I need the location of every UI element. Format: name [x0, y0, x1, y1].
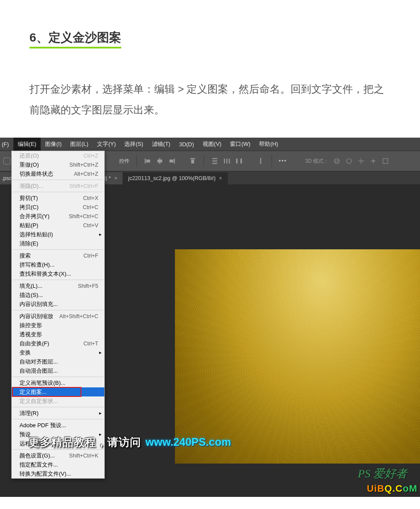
menu-item[interactable]: (F) [0, 138, 13, 151]
distribute-v-icon[interactable] [211, 157, 219, 165]
menu-item[interactable]: 操控变形 [12, 321, 104, 330]
slide-icon[interactable] [369, 157, 377, 165]
menu-item[interactable]: 拷贝(C)Ctrl+C [12, 203, 104, 212]
menu-item[interactable]: 透视变形 [12, 330, 104, 339]
svg-rect-15 [240, 158, 242, 163]
menu-item[interactable]: 选择性粘贴(I) [12, 230, 104, 239]
menu-item[interactable]: 图层(L) [66, 138, 93, 151]
controls-label: 控件 [119, 158, 129, 165]
menu-item[interactable]: 定义画笔预设(B)... [12, 378, 104, 387]
menu-item[interactable]: 图像(I) [41, 138, 66, 151]
svg-rect-9 [212, 161, 217, 161]
svg-point-17 [335, 158, 339, 163]
svg-rect-1 [146, 160, 150, 163]
svg-rect-0 [145, 158, 145, 163]
more-icon[interactable]: ••• [279, 158, 287, 164]
menu-item[interactable]: 选择(S) [120, 138, 147, 151]
menu-item: 渐隐(D)...Shift+Ctrl+F [12, 181, 104, 190]
svg-point-18 [335, 160, 339, 162]
align-hcenter-icon[interactable] [156, 157, 164, 165]
svg-rect-16 [260, 158, 261, 164]
step-body: 打开金沙素材，选择菜单：编辑 > 定义图案，然后命名。回到文字文件，把之前隐藏的… [29, 79, 391, 120]
menu-bar[interactable]: (F)编辑(E)图像(I)图层(L)文字(Y)选择(S)滤镜(T)3D(D)视图… [0, 138, 420, 151]
caption-link: www.240PS.com [145, 436, 231, 448]
svg-rect-7 [191, 160, 194, 164]
menu-item[interactable]: 切换最终状态Alt+Ctrl+Z [12, 169, 104, 178]
menu-item[interactable]: 窗口(W) [226, 138, 255, 151]
watermark-ps: PS 爱好者 [358, 466, 407, 481]
article-section: 6、定义金沙图案 打开金沙素材，选择菜单：编辑 > 定义图案，然后命名。回到文字… [0, 0, 420, 138]
svg-rect-3 [157, 160, 162, 163]
menu-item[interactable]: 视图(V) [198, 138, 226, 151]
svg-rect-14 [236, 158, 237, 163]
orbit-icon[interactable] [333, 157, 341, 165]
menu-item[interactable]: 转换为配置文件(V)... [12, 469, 104, 478]
menu-item[interactable]: 查找和替换文本(X)... [12, 269, 104, 278]
svg-rect-4 [174, 158, 175, 163]
scale-3d-icon[interactable] [381, 157, 389, 165]
menu-item[interactable]: 滤镜(T) [148, 138, 175, 151]
menu-item[interactable]: 清除(E) [12, 239, 104, 248]
svg-point-20 [372, 160, 375, 162]
menu-item[interactable]: 变换 [12, 348, 104, 357]
align-right-icon[interactable] [168, 157, 176, 165]
close-icon[interactable]: × [219, 175, 222, 181]
distribute-spacing-icon[interactable] [235, 157, 243, 165]
distribute-h-icon[interactable] [223, 157, 231, 165]
menu-item[interactable]: 内容识别缩放Alt+Shift+Ctrl+C [12, 312, 104, 321]
close-icon[interactable]: × [114, 175, 117, 181]
svg-rect-11 [224, 158, 225, 163]
menu-item: 定义自定形状... [12, 396, 104, 406]
caption-overlay: 更多精品教程，请访问 www.240PS.com [29, 435, 231, 449]
menu-item[interactable]: 合并拷贝(Y)Shift+Ctrl+C [12, 212, 104, 221]
menu-item[interactable]: 自由变换(F)Ctrl+T [12, 339, 104, 348]
menu-item[interactable]: 拼写检查(H)... [12, 260, 104, 269]
menu-item[interactable]: 搜索Ctrl+F [12, 251, 104, 260]
menu-item[interactable]: 指定配置文件... [12, 460, 104, 469]
align-left-icon[interactable] [144, 157, 152, 165]
align-to-icon[interactable] [257, 157, 265, 165]
caption-text: 更多精品教程，请访问 [29, 435, 141, 449]
menu-item[interactable]: 描边(S)... [12, 290, 104, 300]
svg-rect-5 [169, 160, 173, 163]
svg-rect-21 [383, 158, 388, 163]
menu-item[interactable]: 帮助(H) [255, 138, 282, 151]
step-title: 6、定义金沙图案 [29, 29, 121, 48]
menu-item[interactable]: 填充(L)...Shift+F5 [12, 281, 104, 290]
menu-item[interactable]: 重做(O)Shift+Ctrl+Z [12, 160, 104, 169]
menu-item[interactable]: 自动混合图层... [12, 366, 104, 375]
watermark-uibq: UiBQ.CoM [367, 483, 417, 494]
menu-item[interactable]: 编辑(E) [13, 138, 41, 151]
svg-rect-13 [229, 158, 230, 163]
gold-texture-image [175, 249, 420, 464]
svg-rect-8 [212, 158, 217, 159]
document-tab[interactable]: jc220113_sc2.jpg @ 100%(RGB/8#)× [123, 172, 228, 184]
menu-item[interactable]: 自动对齐图层... [12, 357, 104, 366]
menu-item[interactable]: 颜色设置(G)...Shift+Ctrl+K [12, 451, 104, 460]
menu-item[interactable]: 文字(Y) [93, 138, 120, 151]
menu-item[interactable]: 粘贴(P)Ctrl+V [12, 221, 104, 230]
svg-rect-6 [190, 158, 195, 159]
pan-icon[interactable] [345, 157, 353, 165]
menu-item: 还原(O)Ctrl+Z [12, 151, 104, 160]
edit-menu-dropdown[interactable]: 还原(O)Ctrl+Z重做(O)Shift+Ctrl+Z切换最终状态Alt+Ct… [11, 151, 105, 479]
svg-rect-12 [226, 158, 227, 163]
3d-mode-label: 3D 模式： [305, 158, 329, 165]
menu-item[interactable]: 剪切(T)Ctrl+X [12, 193, 104, 203]
menu-item[interactable]: 定义图案... [12, 387, 104, 396]
align-top-icon[interactable] [189, 157, 197, 165]
svg-rect-10 [212, 163, 217, 164]
menu-item[interactable]: 内容识别填充... [12, 300, 104, 309]
move-3d-icon[interactable] [357, 157, 365, 165]
svg-point-19 [347, 158, 352, 163]
menu-item[interactable]: 清理(R) [12, 409, 104, 418]
menu-item[interactable]: 3D(D) [174, 138, 198, 151]
photoshop-screenshot: (F)编辑(E)图像(I)图层(L)文字(Y)选择(S)滤镜(T)3D(D)视图… [0, 138, 420, 497]
tool-preset-icon[interactable] [3, 158, 10, 164]
menu-item[interactable]: Adobe PDF 预设... [12, 421, 104, 430]
